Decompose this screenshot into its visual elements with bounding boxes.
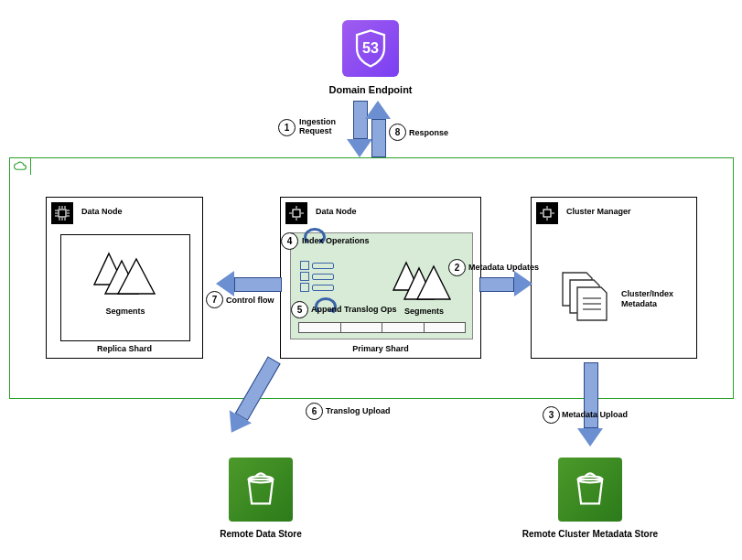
step-5: 5 — [291, 301, 308, 318]
svg-rect-25 — [543, 210, 551, 217]
primary-segments-label: Segments — [404, 307, 444, 316]
metadata-upload-arrow — [584, 362, 603, 447]
step-3: 3 — [543, 406, 560, 424]
route53-icon: 53 — [342, 20, 399, 77]
segments-icon — [92, 252, 158, 297]
primary-node-title: Data Node — [316, 207, 357, 216]
cloud-icon — [9, 157, 31, 175]
step-3-label: Metadata Upload — [562, 410, 628, 419]
step-1-label: Ingestion Request — [299, 117, 336, 135]
step-7-label: Control flow — [226, 296, 274, 305]
remote-meta-store-label: Remote Cluster Metadata Store — [503, 529, 677, 539]
primary-data-node: Data Node Segments Primar — [280, 197, 481, 359]
primary-shard-label: Primary Shard — [281, 344, 480, 353]
cluster-manager-title: Cluster Manager — [566, 207, 631, 216]
response-arrow — [371, 101, 391, 157]
step-1: 1 — [278, 119, 296, 136]
chip-icon — [51, 202, 73, 224]
step-2: 2 — [448, 259, 466, 276]
cluster-metadata-label: Cluster/Index Metadata — [621, 289, 673, 309]
remote-meta-store-icon — [558, 458, 622, 522]
step-7: 7 — [206, 291, 223, 308]
domain-endpoint-label: Domain Endpoint — [311, 84, 430, 95]
step-8: 8 — [389, 124, 406, 141]
metadata-updates-arrow — [479, 271, 532, 296]
svg-rect-17 — [293, 210, 300, 217]
control-flow-arrow — [216, 271, 282, 296]
chip-icon — [285, 202, 307, 224]
cluster-manager-node: Cluster Manager Cluster/Index Metadata — [531, 197, 697, 359]
step-5-label: Append Translog Ops — [311, 305, 397, 314]
replica-data-node: Data Node Segments Replica Shard — [46, 197, 203, 359]
segments-icon — [392, 261, 454, 303]
chip-icon — [536, 202, 558, 224]
remote-data-store-label: Remote Data Store — [192, 529, 329, 539]
step-4: 4 — [281, 232, 298, 250]
documents-icon — [561, 271, 616, 322]
step-2-label: Metadata Updates — [468, 263, 539, 272]
replica-shard-label: Replica Shard — [47, 344, 202, 353]
step-6-label: Translog Upload — [326, 406, 391, 415]
step-8-label: Response — [409, 128, 448, 137]
step-4-label: Index Operations — [302, 236, 370, 245]
svg-text:53: 53 — [362, 39, 379, 56]
replica-shard-box: Segments — [60, 234, 190, 341]
step-6: 6 — [306, 403, 323, 420]
replica-node-title: Data Node — [81, 207, 123, 216]
remote-data-store-icon — [229, 458, 293, 522]
svg-rect-1 — [59, 210, 66, 217]
primary-shard-box: Segments — [290, 232, 473, 339]
replica-segments-label: Segments — [61, 307, 189, 316]
